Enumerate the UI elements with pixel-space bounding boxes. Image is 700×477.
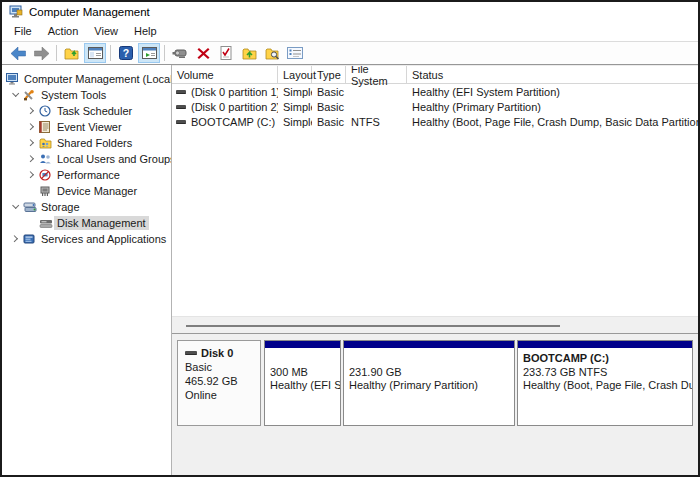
disk-drive-icon [185,351,197,355]
forward-icon[interactable] [30,43,52,63]
partition-size: 231.90 GB [349,366,509,380]
partition-name: BOOTCAMP (C:) [523,352,687,366]
sidebar-item-device-manager[interactable]: Device Manager [2,183,171,199]
sidebar-item-performance[interactable]: Performance [2,167,171,183]
properties-icon[interactable] [284,43,306,63]
sidebar-item-system-tools[interactable]: System Tools [2,87,171,103]
chevron-right-icon[interactable] [24,124,39,129]
sidebar-item-label: Shared Folders [54,136,135,150]
volume-status: Healthy (Primary Partition) [407,101,698,113]
sidebar-item-computer-management[interactable]: Computer Management (Local [2,71,171,87]
sidebar-item-label: Storage [38,200,83,214]
chevron-down-icon[interactable] [8,93,23,96]
chevron-right-icon[interactable] [24,140,39,145]
services-icon [23,233,38,245]
help-icon[interactable]: ? [115,43,137,63]
partition-bootcamp[interactable]: BOOTCAMP (C:) 233.73 GB NTFS Healthy (Bo… [517,340,693,426]
volume-layout: Simple [278,86,312,98]
partition-color-bar [265,341,340,350]
device-icon[interactable] [169,43,191,63]
device-manager-icon [39,185,54,197]
partition-color-bar [344,341,514,350]
column-header-file-system[interactable]: File System [346,66,407,83]
partition-color-bar [518,341,692,350]
main-panel: Volume Layout Type File System Status (D… [172,65,698,476]
svg-text:?: ? [123,47,129,59]
computer-management-window: Computer Management File Action View Hel… [0,0,700,477]
partition-1[interactable]: 300 MB Healthy (EFI Sy [264,340,341,426]
table-row[interactable]: BOOTCAMP (C:) Simple Basic NTFS Healthy … [172,114,698,129]
sidebar-item-shared-folders[interactable]: Shared Folders [2,135,171,151]
performance-icon [39,169,54,181]
checklist-icon[interactable] [215,43,237,63]
scrollbar-thumb[interactable] [186,325,560,327]
volume-list-pane: Volume Layout Type File System Status (D… [172,66,698,316]
volume-status: Healthy (EFI System Partition) [407,86,698,98]
computer-icon [6,73,21,85]
menu-view[interactable]: View [86,23,126,39]
volume-file-system: NTFS [346,116,407,128]
volume-type: Basic [312,116,346,128]
volume-layout: Simple [278,116,312,128]
menu-help[interactable]: Help [126,23,165,39]
partition-2[interactable]: 231.90 GB Healthy (Primary Partition) [343,340,515,426]
users-icon [39,153,54,165]
chevron-right-icon[interactable] [24,156,39,161]
app-icon [9,5,23,18]
sidebar-item-task-scheduler[interactable]: Task Scheduler [2,103,171,119]
disk-row: Disk 0 Basic 465.92 GB Online 300 MB Hea… [177,340,698,426]
column-header-layout[interactable]: Layout [278,66,312,83]
partition-status: Healthy (Primary Partition) [349,379,509,393]
sidebar-item-label: Performance [54,168,123,182]
column-header-status[interactable]: Status [407,66,698,83]
volume-status: Healthy (Boot, Page File, Crash Dump, Ba… [407,116,698,128]
delete-icon[interactable] [192,43,214,63]
column-header-type[interactable]: Type [312,66,346,83]
menu-file[interactable]: File [6,23,40,39]
volume-name: (Disk 0 partition 1) [191,86,278,98]
volume-layout: Simple [278,101,312,113]
disk-status: Online [185,388,260,402]
show-console-tree-icon[interactable] [84,43,106,63]
chevron-right-icon[interactable] [8,236,23,241]
show-action-pane-icon[interactable] [138,43,160,63]
disk-name: Disk 0 [201,346,233,360]
window-title: Computer Management [29,6,150,18]
volume-type: Basic [312,101,346,113]
table-row[interactable]: (Disk 0 partition 1) Simple Basic Health… [172,84,698,99]
sidebar-item-label: Computer Management (Local [21,72,172,86]
sidebar-item-storage[interactable]: Storage [2,199,171,215]
volume-name: (Disk 0 partition 2) [191,101,278,113]
sidebar-item-event-viewer[interactable]: Event Viewer [2,119,171,135]
partition-size: 300 MB [270,366,335,380]
folder-up-icon[interactable] [238,43,260,63]
chevron-right-icon[interactable] [24,108,39,113]
toolbar: ? [2,41,698,65]
menu-action[interactable]: Action [40,23,87,39]
graphical-disk-pane: Disk 0 Basic 465.92 GB Online 300 MB Hea… [172,334,698,476]
volume-table-header: Volume Layout Type File System Status [172,66,698,84]
partition-size: 233.73 GB NTFS [523,366,687,380]
disk-type: Basic [185,360,260,374]
volume-name: BOOTCAMP (C:) [191,116,275,128]
export-folder-icon[interactable] [61,43,83,63]
table-row[interactable]: (Disk 0 partition 2) Simple Basic Health… [172,99,698,114]
partition-name [270,352,335,366]
horizontal-scrollbar[interactable] [172,316,698,334]
back-icon[interactable] [7,43,29,63]
column-header-volume[interactable]: Volume [172,66,278,83]
disk-size: 465.92 GB [185,374,260,388]
volume-icon [176,120,186,124]
sidebar-item-disk-management[interactable]: Disk Management [2,215,171,231]
sidebar-item-label: Services and Applications [38,232,169,246]
toolbar-separator [56,45,57,61]
storage-icon [23,201,38,213]
chevron-right-icon[interactable] [24,172,39,177]
folder-search-icon[interactable] [261,43,283,63]
chevron-down-icon[interactable] [8,205,23,208]
sidebar-item-services-and-applications[interactable]: Services and Applications [2,231,171,247]
clock-icon [39,105,54,117]
sidebar-item-label: Device Manager [54,184,140,198]
disk-info-panel[interactable]: Disk 0 Basic 465.92 GB Online [177,340,261,426]
sidebar-item-local-users-and-groups[interactable]: Local Users and Groups [2,151,171,167]
